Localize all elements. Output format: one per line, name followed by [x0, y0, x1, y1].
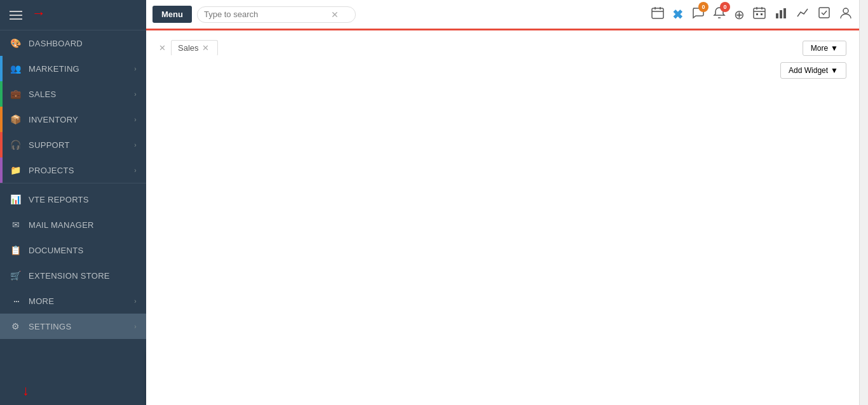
sales-color-bar	[0, 81, 3, 107]
sidebar-label-extension-store: Extension Store	[29, 271, 137, 281]
more-button[interactable]: More ▼	[803, 41, 846, 56]
search-clear-icon[interactable]: ✕	[331, 10, 339, 20]
marketing-icon: 👥	[10, 62, 22, 75]
scrollbar[interactable]	[859, 0, 868, 405]
projects-icon: 📁	[10, 164, 22, 176]
settings-icon: ⚙	[10, 320, 22, 333]
sidebar-label-inventory: Inventory	[29, 115, 134, 124]
inventory-color-bar	[0, 107, 3, 132]
support-icon: 🎧	[10, 138, 22, 151]
tasks-icon[interactable]	[817, 6, 831, 23]
add-widget-button[interactable]: Add Widget ▼	[780, 62, 846, 79]
bell-icon[interactable]: 0	[712, 6, 726, 23]
bar-chart-icon[interactable]	[774, 6, 788, 23]
inventory-chevron: ›	[134, 116, 137, 123]
support-chevron: ›	[134, 142, 137, 149]
sidebar-item-documents[interactable]: 📋 Documents	[0, 237, 146, 263]
sidebar-item-marketing[interactable]: 👥 Marketing ›	[0, 56, 146, 81]
sales-icon: 💼	[10, 88, 22, 100]
svg-rect-9	[756, 13, 758, 15]
more-icon: ···	[10, 295, 22, 307]
sidebar-item-mail-manager[interactable]: ✉ Mail Manager	[0, 212, 146, 237]
sidebar-label-projects: Projects	[29, 166, 134, 175]
sidebar-label-sales: Sales	[29, 90, 134, 99]
add-icon[interactable]: ⊕	[734, 7, 745, 22]
sales-tab[interactable]: Sales ✕	[171, 40, 218, 56]
support-color-bar	[0, 132, 3, 157]
add-widget-chevron: ▼	[831, 66, 838, 75]
sidebar-label-marketing: Marketing	[29, 64, 134, 74]
sales-tab-close[interactable]: ✕	[202, 43, 209, 53]
projects-chevron: ›	[134, 167, 137, 174]
calendar-icon[interactable]	[651, 6, 665, 23]
hamburger-menu[interactable]	[10, 11, 22, 20]
sidebar-label-vte-reports: VTE Reports	[29, 195, 137, 204]
svg-rect-11	[776, 13, 778, 18]
topbar: Menu ✕ ✖ 0 0 ⊕	[146, 0, 859, 30]
sidebar-label-mail-manager: Mail Manager	[29, 220, 137, 230]
calendar2-icon[interactable]	[752, 6, 766, 23]
sidebar-item-inventory[interactable]: 📦 Inventory ›	[0, 107, 146, 132]
documents-icon: 📋	[10, 244, 22, 256]
svg-rect-0	[652, 8, 663, 18]
vte-reports-icon: 📊	[10, 193, 22, 206]
dashboard-icon: 🎨	[10, 37, 22, 50]
svg-point-15	[843, 8, 848, 13]
line-chart-icon[interactable]	[796, 6, 810, 23]
sidebar-item-more[interactable]: ··· More ›	[0, 288, 146, 314]
sidebar-label-support: Support	[29, 140, 134, 150]
more-button-label: More	[811, 44, 828, 53]
sidebar-item-projects[interactable]: 📁 Projects ›	[0, 157, 146, 183]
svg-rect-13	[783, 8, 786, 18]
sidebar-label-dashboard: Dashboard	[29, 39, 137, 48]
sales-chevron: ›	[134, 91, 137, 98]
more-chevron-icon: ▼	[831, 44, 838, 53]
projects-color-bar	[0, 157, 3, 183]
widget-canvas	[159, 65, 846, 319]
marketing-chevron: ›	[134, 65, 137, 72]
svg-rect-10	[761, 13, 763, 15]
main-content-area: Menu ✕ ✖ 0 0 ⊕	[146, 0, 859, 405]
svg-rect-5	[754, 8, 765, 18]
chat-badge: 0	[698, 2, 709, 12]
chat-icon[interactable]: 0	[691, 6, 705, 23]
sidebar-label-more: More	[29, 296, 134, 306]
sidebar-item-extension-store[interactable]: 🛒 Extension Store	[0, 263, 146, 288]
menu-button[interactable]: Menu	[153, 6, 192, 23]
add-widget-label: Add Widget	[789, 66, 828, 75]
user-icon[interactable]	[839, 6, 853, 23]
inventory-icon: 📦	[10, 113, 22, 126]
bell-badge: 0	[720, 2, 730, 12]
sidebar-nav: 🎨 Dashboard 👥 Marketing › 💼 Sales › 📦 In…	[0, 30, 146, 405]
sidebar: → 🎨 Dashboard 👥 Marketing › 💼 Sales › 📦 …	[0, 0, 146, 405]
sidebar-item-dashboard[interactable]: 🎨 Dashboard	[0, 30, 146, 56]
more-chevron: ›	[134, 298, 137, 305]
sidebar-label-settings: Settings	[29, 322, 134, 331]
svg-rect-14	[819, 8, 829, 18]
settings-chevron: ›	[134, 323, 137, 330]
sidebar-item-support[interactable]: 🎧 Support ›	[0, 132, 146, 157]
sidebar-header: →	[0, 0, 146, 30]
topbar-right: ✖ 0 0 ⊕	[651, 6, 853, 23]
svg-rect-12	[780, 10, 782, 18]
sidebar-label-documents: Documents	[29, 246, 137, 255]
search-box: ✕	[197, 6, 356, 23]
mail-manager-icon: ✉	[10, 218, 22, 231]
content-area: ✕ Sales ✕ More ▼ Add Widget ▼	[146, 30, 859, 405]
sales-tab-label: Sales	[178, 43, 199, 53]
extension-store-icon: 🛒	[10, 269, 22, 282]
sidebar-item-vte-reports[interactable]: 📊 VTE Reports	[0, 187, 146, 212]
sidebar-bottom-section: 📊 VTE Reports ✉ Mail Manager 📋 Documents…	[0, 183, 146, 339]
sidebar-item-sales[interactable]: 💼 Sales ›	[0, 81, 146, 107]
tab-context-close[interactable]: ✕	[159, 43, 166, 53]
annotation-arrow-left: →	[32, 5, 46, 22]
marketing-color-bar	[0, 56, 3, 81]
crm-x-icon[interactable]: ✖	[672, 7, 683, 22]
sidebar-item-settings[interactable]: ⚙ Settings ›	[0, 314, 146, 339]
tabs-bar: ✕ Sales ✕ More ▼	[159, 40, 846, 56]
search-input[interactable]	[204, 10, 331, 19]
